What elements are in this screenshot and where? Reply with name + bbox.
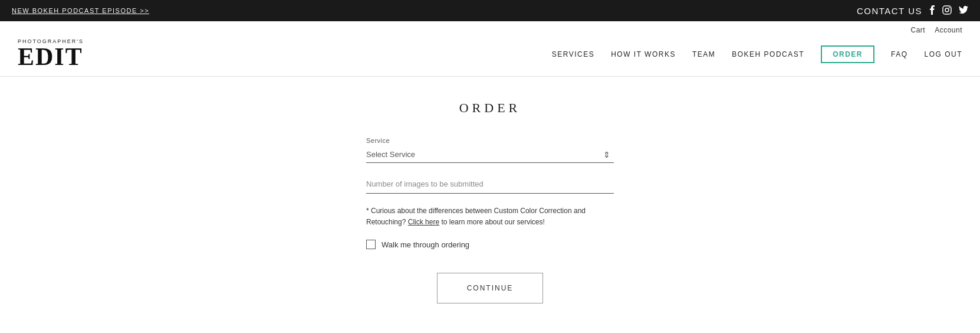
walk-through-label: Walk me through ordering xyxy=(382,240,469,249)
walk-through-row: Walk me through ordering xyxy=(366,240,614,249)
main-header: PHOTOGRAPHER'S EDIT SERVICES HOW IT WORK… xyxy=(0,34,980,77)
main-nav: SERVICES HOW IT WORKS TEAM BOKEH PODCAST… xyxy=(552,45,962,63)
facebook-icon xyxy=(929,6,935,17)
twitter-link[interactable] xyxy=(959,6,968,16)
svg-point-1 xyxy=(945,8,949,12)
instagram-icon xyxy=(942,6,952,17)
info-link[interactable]: Click here xyxy=(408,218,439,226)
secondary-header: Cart Account xyxy=(0,21,980,34)
announcement-link[interactable]: NEW BOKEH PODCAST EPISODE >> xyxy=(12,7,149,14)
continue-button[interactable]: CONTINUE xyxy=(437,273,544,303)
logo[interactable]: PHOTOGRAPHER'S EDIT xyxy=(18,39,84,69)
service-select-wrapper: Select Service Custom Color Correction R… xyxy=(366,146,614,163)
service-label: Service xyxy=(366,137,614,144)
nav-faq[interactable]: FAQ xyxy=(891,50,908,58)
svg-rect-0 xyxy=(943,6,951,14)
account-link[interactable]: Account xyxy=(935,26,962,34)
nav-bokeh-podcast[interactable]: BOKEH PODCAST xyxy=(732,50,804,58)
page-content: ORDER Service Select Service Custom Colo… xyxy=(225,77,755,333)
svg-point-2 xyxy=(949,7,950,8)
twitter-icon xyxy=(959,6,968,16)
nav-order[interactable]: ORDER xyxy=(821,45,874,63)
contact-us-link[interactable]: CONTACT US xyxy=(857,6,922,16)
nav-how-it-works[interactable]: HOW IT WORKS xyxy=(611,50,676,58)
logo-main: EDIT xyxy=(18,44,84,69)
nav-team[interactable]: TEAM xyxy=(692,50,715,58)
facebook-link[interactable] xyxy=(929,5,935,17)
service-select[interactable]: Select Service Custom Color Correction R… xyxy=(366,146,614,163)
order-form: Service Select Service Custom Color Corr… xyxy=(366,137,614,303)
instagram-link[interactable] xyxy=(942,5,952,17)
announcement-bar: NEW BOKEH PODCAST EPISODE >> CONTACT US xyxy=(0,0,980,21)
nav-services[interactable]: SERVICES xyxy=(552,50,594,58)
info-text: * Curious about the differences between … xyxy=(366,205,614,228)
social-links: CONTACT US xyxy=(857,5,968,17)
continue-wrapper: CONTINUE xyxy=(366,273,614,303)
nav-logout[interactable]: LOG OUT xyxy=(924,50,962,58)
service-group: Service Select Service Custom Color Corr… xyxy=(366,137,614,163)
images-group xyxy=(366,175,614,194)
cart-link[interactable]: Cart xyxy=(910,26,925,34)
images-input[interactable] xyxy=(366,175,614,194)
page-title: ORDER xyxy=(236,100,744,116)
walk-through-checkbox[interactable] xyxy=(366,240,376,249)
